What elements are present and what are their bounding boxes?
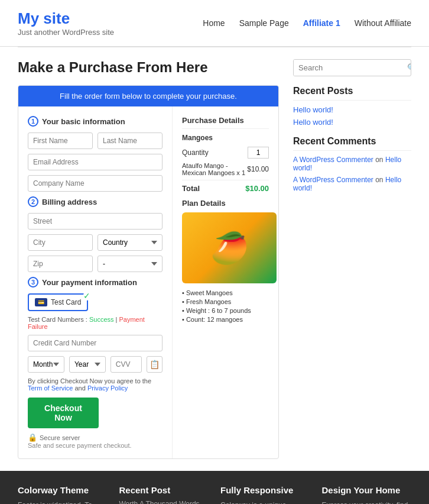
site-branding: My site Just another WordPress site — [18, 9, 114, 37]
company-input[interactable] — [28, 175, 162, 192]
site-tagline: Just another WordPress site — [18, 28, 114, 37]
test-card-label: Test Card Numbers : — [28, 316, 89, 323]
secure-icon: 🔒 — [28, 433, 37, 442]
email-row — [28, 154, 162, 170]
main-content: Make a Purchase From Here Fill the order… — [0, 47, 429, 471]
secure-badge: 🔒 Secure server — [28, 433, 162, 442]
quantity-row: Quantity — [182, 147, 269, 159]
recent-posts-title: Recent Posts — [293, 86, 411, 101]
month-select[interactable]: Month — [28, 356, 64, 373]
cvv-icon: 📋 — [147, 356, 162, 373]
first-name-input[interactable] — [28, 133, 93, 149]
sidebar: 🔍 Recent Posts Hello world! Hello world!… — [293, 59, 411, 459]
footer-col3-title: Fully Responsive — [220, 485, 310, 495]
city-input[interactable] — [28, 234, 93, 251]
section2-label: Billing address — [42, 198, 97, 206]
recent-comments-title: Recent Comments — [293, 136, 411, 151]
payment-method-card[interactable]: 💳 Test Card ✓ — [28, 293, 88, 311]
search-button[interactable]: 🔍 — [402, 60, 411, 76]
footer-col1-text: Footer is widgetized. To setup the foote… — [18, 500, 108, 504]
comment-author-2[interactable]: A WordPress Commenter — [293, 176, 373, 184]
footer-col2-title: Recent Post — [119, 485, 209, 495]
site-header: My site Just another WordPress site Home… — [0, 0, 429, 47]
footer-col4-title: Design Your Home — [322, 485, 412, 495]
card-details-row: Month Year 📋 — [28, 356, 162, 373]
item-price: $10.00 — [247, 165, 269, 173]
search-input[interactable] — [294, 60, 402, 76]
zip-input[interactable] — [28, 256, 93, 272]
nav-home[interactable]: Home — [203, 18, 225, 28]
success-link[interactable]: Success — [89, 316, 114, 323]
feature-4: Count: 12 mangoes — [182, 316, 269, 323]
street-row — [28, 213, 162, 230]
site-title: My site — [18, 9, 114, 28]
card-number-input[interactable] — [28, 335, 162, 351]
zip-extra-select[interactable]: - — [98, 256, 162, 272]
terms-link[interactable]: Term of Service — [28, 385, 73, 392]
section1-title: 1 Your basic information — [28, 116, 162, 127]
form-body: 1 Your basic information — [18, 106, 278, 458]
city-country-row: Country — [28, 234, 162, 251]
country-select[interactable]: Country — [98, 234, 162, 251]
content-area: Make a Purchase From Here Fill the order… — [18, 59, 279, 459]
plan-features: Sweet Mangoes Fresh Mangoes Weight : 6 t… — [182, 289, 269, 323]
page-title: Make a Purchase From Here — [18, 59, 279, 76]
purchase-title: Purchase Details — [182, 116, 269, 129]
mango-emoji: 🥭 — [210, 230, 249, 266]
name-row — [28, 133, 162, 149]
nav-sample-page[interactable]: Sample Page — [239, 18, 289, 28]
main-nav: Home Sample Page Affiliate 1 Without Aff… — [203, 18, 411, 28]
purchase-form-card: Fill the order form below to complete yo… — [18, 85, 279, 459]
checkout-button[interactable]: Checkout Now — [28, 398, 99, 428]
footer-post-link1[interactable]: Worth A Thousand Words — [119, 500, 209, 504]
cvv-input[interactable] — [110, 356, 142, 373]
recent-posts-section: Recent Posts Hello world! Hello world! — [293, 86, 411, 127]
nav-without-affiliate[interactable]: Without Affiliate — [355, 18, 411, 28]
item-row: Ataulfo Mango - Mexican Mangoes x 1 $10.… — [182, 162, 269, 176]
nav-affiliate1[interactable]: Affiliate 1 — [303, 18, 340, 28]
post-link-1[interactable]: Hello world! — [293, 105, 411, 114]
footer-col1: Colorway Theme Footer is widgetized. To … — [18, 485, 108, 504]
section3-title: 3 Your payment information — [28, 277, 162, 287]
year-select[interactable]: Year — [69, 356, 106, 373]
total-price: $10.00 — [245, 184, 269, 193]
company-row — [28, 175, 162, 192]
footer-col4-text: Express your creativity, find inspiratio… — [322, 500, 412, 504]
card-number-row — [28, 335, 162, 351]
card-icon: 💳 — [35, 298, 47, 306]
section3-label: Your payment information — [42, 278, 137, 287]
section2-title: 2 Billing address — [28, 196, 162, 207]
total-row: Total $10.00 — [182, 180, 269, 193]
footer-col1-title: Colorway Theme — [18, 485, 108, 495]
recent-comments-section: Recent Comments A WordPress Commenter on… — [293, 136, 411, 192]
feature-2: Fresh Mangoes — [182, 298, 269, 305]
last-name-input[interactable] — [98, 133, 162, 149]
footer-col3: Fully Responsive Colorway is a unique re… — [220, 485, 310, 504]
test-card-info: Test Card Numbers : Success | Payment Fa… — [28, 316, 162, 330]
product-name: Mangoes — [182, 134, 269, 142]
privacy-link[interactable]: Privacy Policy — [87, 385, 128, 392]
footer-main: Colorway Theme Footer is widgetized. To … — [0, 471, 429, 504]
item-label: Ataulfo Mango - Mexican Mangoes x 1 — [182, 162, 247, 176]
plan-title: Plan Details — [182, 199, 269, 208]
comment-2: A WordPress Commenter on Hello world! — [293, 176, 411, 192]
form-header: Fill the order form below to complete yo… — [18, 86, 278, 106]
footer-col3-text: Colorway is a unique responsive WordPres… — [220, 500, 310, 504]
mango-image: 🥭 — [182, 212, 277, 283]
secure-sub-text: Safe and secure payment checkout. — [28, 442, 162, 449]
section1-num: 1 — [28, 116, 38, 127]
post-link-2[interactable]: Hello world! — [293, 118, 411, 127]
section1-label: Your basic information — [42, 117, 125, 126]
quantity-input[interactable] — [248, 147, 269, 159]
total-label: Total — [182, 184, 200, 193]
footer-col2: Recent Post Worth A Thousand Words Categ… — [119, 485, 209, 504]
section2-num: 2 — [28, 196, 38, 207]
feature-1: Sweet Mangoes — [182, 289, 269, 296]
card-label: Test Card — [51, 298, 81, 306]
zip-row: - — [28, 256, 162, 272]
comment-author-1[interactable]: A WordPress Commenter — [293, 156, 373, 164]
search-box: 🔍 — [293, 59, 411, 76]
street-input[interactable] — [28, 213, 162, 230]
section3-num: 3 — [28, 277, 38, 287]
email-input[interactable] — [28, 154, 162, 170]
